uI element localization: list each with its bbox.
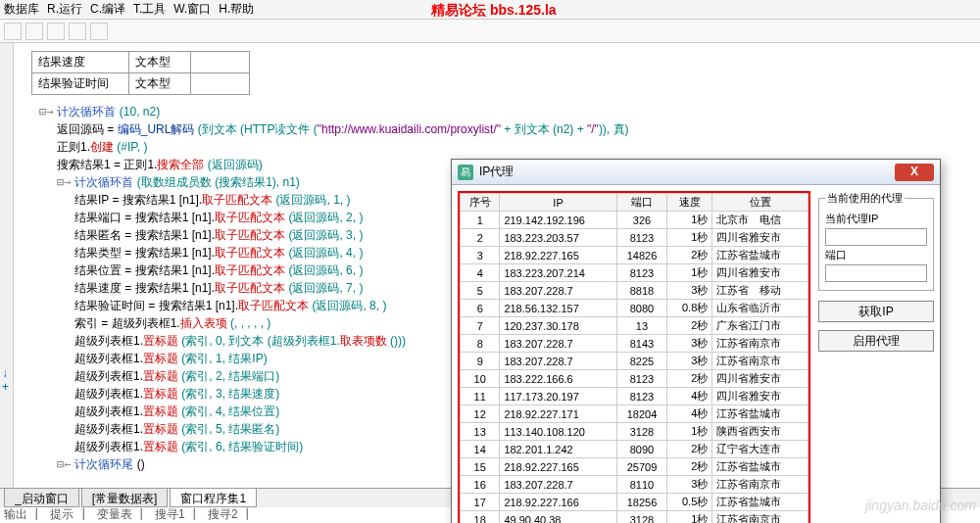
prop-name: 结果速度 bbox=[32, 52, 129, 73]
prop-type: 文本型 bbox=[129, 52, 191, 73]
table-row[interactable]: 1219.142.192.1963261秒北京市 电信 bbox=[461, 212, 808, 229]
current-ip-input[interactable] bbox=[825, 228, 927, 246]
prop-type: 文本型 bbox=[129, 73, 191, 95]
prop-name: 结果验证时间 bbox=[32, 73, 129, 95]
watermark: jingyan.baidu.com bbox=[865, 498, 976, 513]
proxy-grid[interactable]: 序号IP端口速度位置 1219.142.192.1963261秒北京市 电信21… bbox=[460, 193, 808, 523]
table-row[interactable]: 13113.140.108.12031281秒陕西省西安市 bbox=[461, 423, 808, 441]
table-row[interactable]: 10183.222.166.681232秒四川省雅安市 bbox=[461, 370, 808, 388]
property-table: 结果速度文本型 结果验证时间文本型 bbox=[31, 51, 250, 95]
grid-header[interactable]: 端口 bbox=[616, 194, 667, 212]
table-row[interactable]: 3218.92.227.165148262秒江苏省盐城市 bbox=[461, 247, 808, 264]
get-ip-button[interactable]: 获取IP bbox=[818, 301, 934, 322]
tab-startup[interactable]: _启动窗口 bbox=[4, 489, 79, 507]
table-row[interactable]: 9183.207.228.782253秒江苏省南京市 bbox=[461, 353, 808, 370]
table-row[interactable]: 4183.223.207.21481231秒四川省雅安市 bbox=[461, 264, 808, 282]
banner-text: 精易论坛 bbs.125.la bbox=[431, 2, 557, 20]
grid-header[interactable]: 速度 bbox=[667, 194, 712, 212]
table-row[interactable]: 8183.207.228.781433秒江苏省南京市 bbox=[461, 335, 808, 353]
status-bar: 输出 ┃提示 ┃变量表 ┃搜寻1 ┃搜寻2 ┃ bbox=[4, 506, 253, 523]
code-panel: 结果速度文本型 结果验证时间文本型 ⊟→计次循环首 (10, n2) 返回源码 … bbox=[14, 43, 445, 494]
table-row[interactable]: 17218.92.227.166182560.5秒江苏省盐城市 bbox=[461, 494, 808, 511]
grid-header[interactable]: IP bbox=[500, 194, 616, 212]
proxy-grid-wrap: 序号IP端口速度位置 1219.142.192.1963261秒北京市 电信21… bbox=[458, 191, 810, 523]
start-proxy-button[interactable]: 启用代理 bbox=[818, 330, 934, 352]
table-row[interactable]: 14182.201.1.24280902秒辽宁省大连市 bbox=[461, 441, 808, 458]
menu-item[interactable]: T.工具 bbox=[133, 1, 166, 18]
dialog-title: IP代理 bbox=[479, 164, 895, 180]
menu-item[interactable]: C.编译 bbox=[90, 1, 125, 18]
current-port-input[interactable] bbox=[825, 264, 927, 282]
table-row[interactable]: 7120.237.30.178132秒广东省江门市 bbox=[461, 317, 808, 335]
table-row[interactable]: 5183.207.228.788183秒江苏省 移动 bbox=[461, 282, 808, 300]
table-row[interactable]: 15218.92.227.165257092秒江苏省盐城市 bbox=[461, 458, 808, 476]
tool-icon[interactable] bbox=[25, 23, 43, 40]
menu-item[interactable]: R.运行 bbox=[47, 1, 82, 18]
tool-icon[interactable] bbox=[90, 23, 108, 40]
table-row[interactable]: 2183.223.203.5781231秒四川省雅安市 bbox=[461, 229, 808, 247]
insert-arrow-icon[interactable]: ↓ + bbox=[2, 366, 13, 394]
right-panel: 当前使用的代理 当前代理IP 端口 获取IP 启用代理 bbox=[818, 191, 934, 523]
dialog-titlebar[interactable]: 易 IP代理 X bbox=[452, 160, 940, 185]
table-row[interactable]: 1849.90.40.3831281秒江苏省南京市 bbox=[461, 511, 808, 524]
tab-winproc[interactable]: 窗口程序集1 bbox=[170, 489, 257, 507]
table-row[interactable]: 6218.56.132.15780800.8秒山东省临沂市 bbox=[461, 300, 808, 317]
tool-icon[interactable] bbox=[47, 23, 65, 40]
fieldset-legend: 当前使用的代理 bbox=[825, 191, 905, 206]
label-port: 端口 bbox=[825, 248, 927, 262]
ip-proxy-dialog: 易 IP代理 X 序号IP端口速度位置 1219.142.192.1963261… bbox=[451, 159, 941, 523]
current-proxy-fieldset: 当前使用的代理 当前代理IP 端口 bbox=[818, 191, 934, 291]
tool-icon[interactable] bbox=[69, 23, 86, 40]
tab-const[interactable]: [常量数据表] bbox=[81, 489, 169, 507]
table-row[interactable]: 12218.92.227.171182044秒江苏省盐城市 bbox=[461, 405, 808, 423]
menu-item[interactable]: H.帮助 bbox=[219, 1, 254, 18]
code-tree[interactable]: ⊟→计次循环首 (10, n2) 返回源码 = 编码_URL解码 (到文本 (H… bbox=[22, 103, 437, 473]
table-row[interactable]: 16183.207.228.781103秒江苏省南京市 bbox=[461, 476, 808, 494]
label-ip: 当前代理IP bbox=[825, 212, 927, 226]
menu-item[interactable]: 数据库 bbox=[4, 1, 39, 18]
menu-item[interactable]: W.窗口 bbox=[173, 1, 211, 18]
grid-header[interactable]: 位置 bbox=[712, 194, 808, 212]
gutter: ↓ + bbox=[0, 43, 14, 494]
dialog-body: 序号IP端口速度位置 1219.142.192.1963261秒北京市 电信21… bbox=[452, 185, 940, 523]
table-row[interactable]: 11117.173.20.19781234秒四川省雅安市 bbox=[461, 388, 808, 405]
app-icon: 易 bbox=[458, 165, 473, 180]
toolbar bbox=[0, 20, 980, 43]
tool-icon[interactable] bbox=[4, 23, 22, 40]
grid-header[interactable]: 序号 bbox=[461, 194, 500, 212]
close-icon[interactable]: X bbox=[895, 164, 934, 181]
